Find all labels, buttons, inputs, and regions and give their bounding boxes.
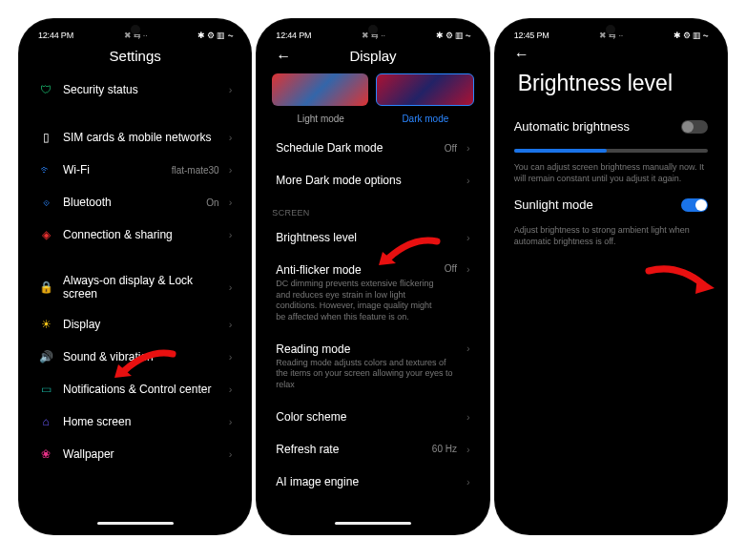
settings-item[interactable]: ⌂ Home screen › bbox=[29, 405, 241, 438]
item-label: Connection & sharing bbox=[63, 228, 219, 241]
item-icon: ▯ bbox=[38, 130, 53, 145]
item-icon: ▭ bbox=[38, 382, 53, 397]
item-label: Sound & vibration bbox=[63, 350, 219, 363]
display-item[interactable]: More Dark mode options › bbox=[266, 164, 479, 197]
item-label: Home screen bbox=[63, 415, 219, 428]
settings-item[interactable]: 🛡 Security status › bbox=[29, 73, 241, 106]
item-description: Reading mode adjusts colors and textures… bbox=[276, 358, 457, 391]
item-icon: ◈ bbox=[38, 227, 53, 242]
chevron-right-icon: › bbox=[229, 132, 233, 143]
back-icon[interactable]: ← bbox=[276, 48, 291, 65]
item-value: On bbox=[206, 197, 218, 208]
phone-settings: 12:44 PM ✖ ⇆ ·· ✱ ⚙ ▥ ⏦ Settings 🛡 Secur… bbox=[19, 19, 251, 534]
section-screen: SCREEN bbox=[262, 197, 483, 221]
item-label: Security status bbox=[63, 83, 219, 96]
display-item[interactable]: Schedule Dark mode Off › bbox=[266, 132, 479, 164]
item-label: Anti-flicker mode bbox=[276, 263, 435, 277]
camera-notch bbox=[131, 25, 140, 34]
item-description: DC dimming prevents extensive flickering… bbox=[276, 279, 435, 323]
item-label: Wi-Fi bbox=[63, 163, 162, 176]
item-label: Notifications & Control center bbox=[63, 383, 219, 396]
settings-item[interactable]: ᯤ Wi-Fi flat-mate30 › bbox=[29, 154, 241, 186]
item-icon: 🛡 bbox=[38, 82, 53, 97]
manual-desc: You can adjust screen brightness manuall… bbox=[501, 158, 721, 188]
item-label: Refresh rate bbox=[276, 443, 423, 456]
theme-dark[interactable] bbox=[376, 73, 474, 106]
chevron-right-icon: › bbox=[466, 342, 470, 354]
dark-mode-label[interactable]: Dark mode bbox=[377, 114, 474, 124]
chevron-right-icon: › bbox=[229, 384, 233, 395]
auto-brightness-label: Automatic brightness bbox=[514, 119, 630, 134]
item-label: Bluetooth bbox=[63, 196, 197, 209]
chevron-right-icon: › bbox=[229, 229, 233, 240]
sunlight-desc: Adjust brightness to strong ambient ligh… bbox=[501, 221, 721, 251]
item-label: Color scheme bbox=[276, 410, 457, 424]
chevron-right-icon: › bbox=[229, 416, 233, 427]
page-title: Settings bbox=[25, 42, 245, 73]
item-label: Wallpaper bbox=[63, 447, 219, 461]
item-icon: ⌂ bbox=[38, 414, 53, 429]
item-label: Always-on display & Lock screen bbox=[63, 274, 219, 301]
item-icon: ⟐ bbox=[38, 195, 53, 210]
display-item[interactable]: Anti-flicker mode DC dimming prevents ex… bbox=[266, 254, 479, 333]
item-label: SIM cards & mobile networks bbox=[63, 131, 219, 144]
chevron-right-icon: › bbox=[229, 164, 233, 176]
home-indicator[interactable] bbox=[335, 522, 411, 525]
camera-notch bbox=[368, 25, 378, 34]
chevron-right-icon: › bbox=[229, 351, 233, 363]
item-label: Display bbox=[63, 318, 219, 331]
settings-item[interactable]: ☀ Display › bbox=[29, 308, 241, 341]
settings-item[interactable]: ◈ Connection & sharing › bbox=[29, 218, 241, 251]
item-value: Off bbox=[445, 143, 457, 154]
chevron-right-icon: › bbox=[466, 175, 470, 186]
display-item[interactable]: Brightness level › bbox=[266, 221, 479, 254]
chevron-right-icon: › bbox=[466, 263, 470, 275]
phone-brightness: 12:45 PM ✖ ⇆ ·· ✱ ⚙ ▥ ⏦ ← Brightness lev… bbox=[495, 19, 727, 534]
settings-item[interactable]: ⟐ Bluetooth On › bbox=[29, 186, 241, 218]
chevron-right-icon: › bbox=[229, 197, 233, 208]
chevron-right-icon: › bbox=[466, 142, 470, 154]
sunlight-mode-label: Sunlight mode bbox=[514, 197, 593, 212]
item-label: AI image engine bbox=[276, 475, 457, 488]
display-item[interactable]: AI image engine › bbox=[266, 466, 479, 498]
back-icon[interactable]: ← bbox=[514, 46, 529, 62]
camera-notch bbox=[606, 25, 615, 34]
chevron-right-icon: › bbox=[466, 232, 470, 243]
item-value: Off bbox=[445, 263, 457, 274]
item-icon: ᯤ bbox=[38, 162, 53, 177]
display-item[interactable]: Refresh rate 60 Hz › bbox=[266, 433, 479, 466]
chevron-right-icon: › bbox=[229, 319, 233, 330]
item-value: flat-mate30 bbox=[172, 165, 219, 176]
item-icon: 🔒 bbox=[38, 280, 53, 295]
item-label: More Dark mode options bbox=[276, 174, 457, 187]
item-label: Reading mode bbox=[276, 342, 457, 356]
auto-brightness-toggle[interactable] bbox=[681, 120, 708, 134]
display-item[interactable]: Color scheme › bbox=[266, 401, 479, 433]
brightness-slider[interactable] bbox=[514, 149, 708, 153]
item-icon: ☀ bbox=[38, 317, 53, 332]
chevron-right-icon: › bbox=[229, 84, 233, 95]
item-icon: 🔊 bbox=[38, 349, 53, 364]
item-label: Schedule Dark mode bbox=[276, 141, 435, 155]
sunlight-mode-toggle[interactable] bbox=[681, 198, 708, 212]
chevron-right-icon: › bbox=[466, 444, 470, 455]
settings-item[interactable]: ▭ Notifications & Control center › bbox=[29, 373, 241, 405]
item-label: Brightness level bbox=[276, 231, 457, 244]
page-title: ← Display bbox=[262, 42, 483, 73]
theme-light[interactable] bbox=[272, 73, 368, 106]
display-item[interactable]: Reading mode Reading mode adjusts colors… bbox=[266, 333, 479, 401]
settings-item[interactable]: 🔒 Always-on display & Lock screen › bbox=[29, 266, 241, 308]
item-icon: ❀ bbox=[38, 446, 53, 462]
home-indicator[interactable] bbox=[97, 522, 174, 525]
page-title: Brightness level bbox=[501, 63, 721, 110]
settings-item[interactable]: ❀ Wallpaper › bbox=[29, 438, 241, 470]
phone-display: 12:44 PM ✖ ⇆ ·· ✱ ⚙ ▥ ⏦ ← Display Light … bbox=[257, 19, 488, 534]
light-mode-label[interactable]: Light mode bbox=[272, 114, 369, 124]
settings-item[interactable]: ▯ SIM cards & mobile networks › bbox=[29, 121, 241, 154]
chevron-right-icon: › bbox=[466, 411, 470, 423]
chevron-right-icon: › bbox=[229, 448, 233, 460]
item-value: 60 Hz bbox=[432, 444, 457, 454]
settings-item[interactable]: 🔊 Sound & vibration › bbox=[29, 341, 241, 373]
chevron-right-icon: › bbox=[229, 281, 233, 293]
chevron-right-icon: › bbox=[466, 476, 470, 487]
